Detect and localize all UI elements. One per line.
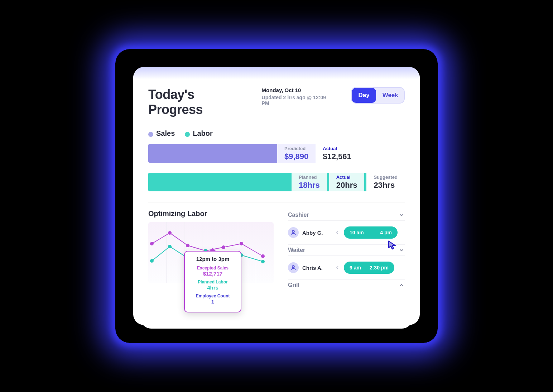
card-header-gradient [133, 67, 420, 79]
chevron-left-icon[interactable] [335, 230, 340, 235]
shift-pill[interactable]: 10 am4 pm [344, 226, 398, 239]
svg-point-0 [292, 230, 294, 233]
chevron-down-icon[interactable] [398, 212, 405, 218]
updated-label: Updated 2 hrs ago @ 12:09 PM [262, 95, 334, 106]
employee-name: Chris A. [302, 265, 331, 271]
svg-point-1 [292, 266, 294, 268]
avatar-icon [288, 227, 299, 238]
labor-actual-cell: Actual 20hrs [329, 173, 365, 191]
sales-actual-cell: Actual $12,561 [316, 144, 359, 163]
labor-planned-cell: Planned 18hrs [292, 173, 327, 191]
sales-bar-fill [148, 144, 277, 163]
chevron-left-icon[interactable] [335, 265, 340, 271]
sales-dot-icon [148, 132, 153, 137]
optimizing-title: Optimizing Labor [148, 210, 277, 218]
employee-name: Abby G. [302, 230, 331, 236]
page-title: Today's Progress [148, 87, 251, 117]
avatar-icon [288, 262, 299, 273]
sales-bar-row: Predicted $9,890 Actual $12,561 [148, 144, 405, 163]
date-label: Monday, Oct 10 [262, 87, 334, 93]
shift-pill[interactable]: 9 am2:30 pm [344, 262, 394, 274]
legend-labor: Labor [185, 129, 213, 138]
chevron-down-icon[interactable] [398, 247, 405, 253]
range-toggle[interactable]: Day Week [351, 87, 405, 104]
week-button[interactable]: Week [376, 88, 405, 103]
chart-tooltip: 12pm to 3pm Excepted Sales $12,717 Plann… [184, 251, 241, 312]
legend-sales: Sales [148, 129, 175, 138]
role-header-grill[interactable]: Grill [288, 280, 405, 291]
cursor-icon [387, 240, 398, 250]
dashboard-card: Today's Progress Monday, Oct 10 Updated … [133, 67, 420, 325]
chevron-up-icon[interactable] [398, 282, 405, 288]
assignment-row: Chris A. 9 am2:30 pm [288, 256, 405, 280]
role-header-cashier[interactable]: Cashier [288, 210, 405, 221]
sales-predicted-cell: Predicted $9,890 [277, 144, 316, 163]
labor-bar-row: Planned 18hrs Actual 20hrs Suggested 23h… [148, 173, 405, 191]
day-button[interactable]: Day [352, 88, 376, 103]
labor-bar-fill [148, 173, 292, 191]
labor-dot-icon [185, 132, 190, 137]
labor-suggested-cell: Suggested 23hrs [366, 173, 404, 191]
